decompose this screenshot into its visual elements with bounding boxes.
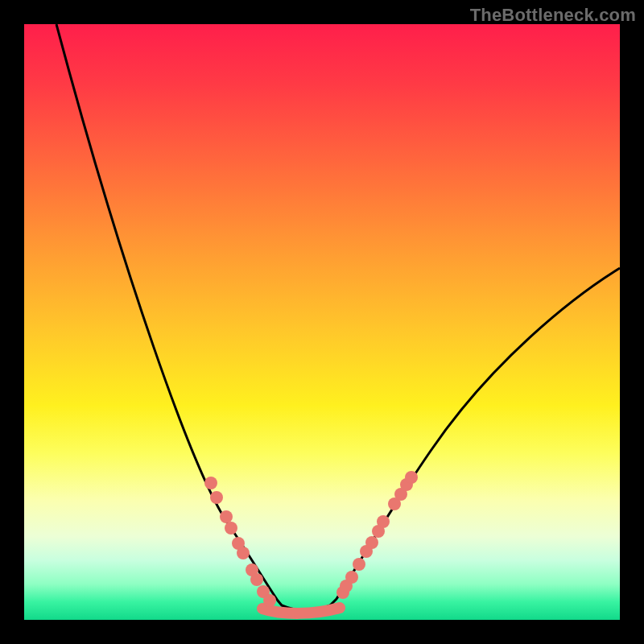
data-point: [353, 558, 365, 571]
data-point: [263, 594, 276, 607]
data-point: [225, 522, 237, 535]
data-point: [204, 477, 217, 489]
curve-layer: [56, 24, 620, 613]
data-point: [365, 536, 378, 549]
data-point: [237, 547, 250, 559]
bottleneck-curve: [56, 24, 620, 611]
points-layer: [204, 471, 418, 607]
data-point: [250, 573, 263, 586]
data-point: [345, 571, 358, 584]
chart-plot-area: [24, 24, 620, 620]
bottom-band: [262, 608, 340, 613]
chart-svg: [24, 24, 620, 620]
watermark-text: TheBottleneck.com: [470, 5, 636, 26]
data-point: [377, 515, 390, 528]
data-point: [405, 471, 418, 484]
data-point: [220, 510, 233, 523]
data-point: [210, 491, 223, 504]
chart-frame: TheBottleneck.com: [0, 0, 644, 644]
